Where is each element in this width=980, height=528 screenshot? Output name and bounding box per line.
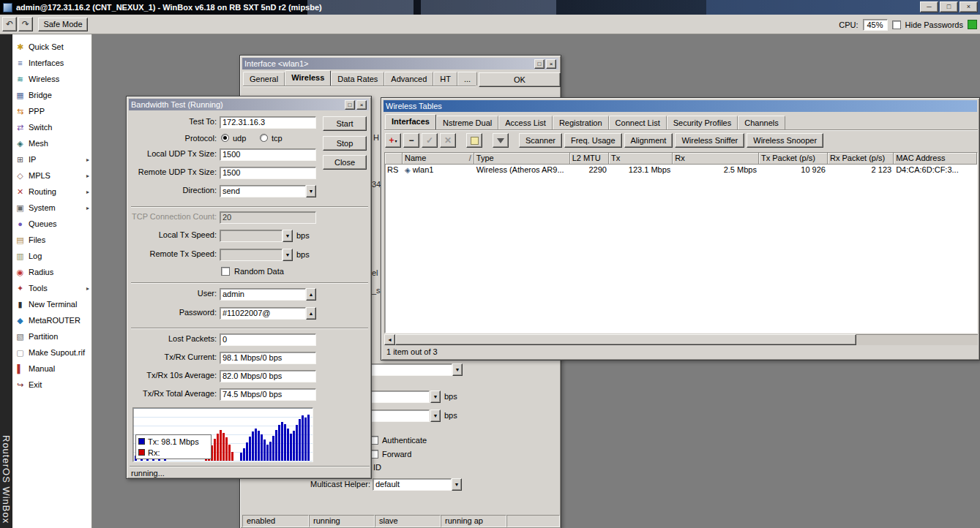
interface-tab-wireless[interactable]: Wireless [285, 70, 331, 86]
restore-button[interactable]: □ [534, 59, 545, 69]
sidebar-item-ip[interactable]: ⊞IP▸ [12, 151, 91, 167]
scrollbar-thumb[interactable] [395, 334, 856, 345]
dropdown-arrow-button[interactable]: ▼ [452, 478, 462, 491]
scroll-left-button[interactable]: ◂ [384, 334, 395, 345]
undo-button[interactable]: ↶ [2, 17, 17, 31]
column-header-name[interactable]: Name/ [403, 153, 474, 165]
column-header-rx-packet-p-s[interactable]: Rx Packet (p/s) [828, 153, 894, 165]
sidebar-item-quick-set[interactable]: ✱Quick Set [12, 39, 91, 55]
wireless-tab-access-list[interactable]: Access List [498, 116, 553, 129]
sidebar-item-manual[interactable]: ▌Manual [12, 361, 91, 377]
sidebar-item-metarouter[interactable]: ◆MetaROUTER [12, 312, 91, 328]
sidebar-item-mpls[interactable]: ◇MPLS▸ [12, 167, 91, 184]
sidebar-item-tools[interactable]: ✦Tools▸ [12, 280, 91, 296]
column-header-flags[interactable] [385, 153, 403, 165]
sidebar-item-exit[interactable]: ↪Exit [12, 377, 91, 393]
filter-button[interactable] [493, 133, 509, 148]
local-tx-speed-dropdown-button[interactable]: ▼ [283, 230, 293, 242]
column-header-tx-packet-p-s[interactable]: Tx Packet (p/s) [759, 153, 828, 165]
password-input[interactable]: #11022007@ [220, 307, 306, 320]
random-data-checkbox[interactable] [221, 267, 230, 276]
column-header-rx[interactable]: Rx [673, 153, 759, 165]
sidebar-item-bridge[interactable]: ▦Bridge [12, 87, 91, 103]
start-button[interactable]: Start [323, 116, 367, 131]
dropdown-arrow-button[interactable]: ▼ [430, 391, 441, 403]
interface-tab-data-rates[interactable]: Data Rates [331, 72, 384, 86]
wireless-tab-channels[interactable]: Channels [738, 116, 785, 129]
sidebar-item-files[interactable]: ▤Files [12, 232, 91, 248]
disable-button[interactable]: ✕ [440, 133, 456, 148]
undo-icon: ↶ [6, 19, 13, 29]
user-input[interactable]: admin [220, 288, 306, 301]
wireless-tab-connect-list[interactable]: Connect List [609, 116, 667, 129]
interface-tab-ht[interactable]: HT [433, 72, 457, 86]
local-udp-tx-size-input[interactable]: 1500 [220, 148, 316, 161]
close-button[interactable]: Close [323, 155, 367, 170]
sidebar-item-make-supout-rif[interactable]: ▢Make Supout.rif [12, 344, 91, 361]
sidebar-item-switch[interactable]: ⇄Switch [12, 119, 91, 135]
maximize-button[interactable]: □ [345, 100, 355, 110]
protocol-udp-radio[interactable] [221, 134, 229, 142]
wireless-tab-interfaces[interactable]: Interfaces [385, 114, 436, 129]
wireless-tab-security-profiles[interactable]: Security Profiles [667, 116, 738, 129]
sidebar-item-interfaces[interactable]: ≡Interfaces [12, 55, 91, 71]
test-to-input[interactable]: 172.31.16.3 [220, 116, 316, 129]
maximize-button[interactable]: □ [940, 1, 958, 12]
wireless-tables-titlebar[interactable]: Wireless Tables [384, 100, 977, 112]
safe-mode-button[interactable]: Safe Mode [38, 18, 88, 31]
interface-window-titlebar[interactable]: Interface <wlan1> □ × [242, 58, 558, 69]
column-header-tx[interactable]: Tx [609, 153, 673, 165]
horizontal-scrollbar[interactable]: ◂ [384, 334, 978, 345]
sidebar-item-system[interactable]: ▣System▸ [12, 200, 91, 216]
sidebar-item-radius[interactable]: ◉Radius [12, 264, 91, 280]
sidebar-item-ppp[interactable]: ⇆PPP [12, 103, 91, 119]
ip-icon: ⊞ [15, 155, 26, 165]
sidebar-item-partition[interactable]: ▧Partition [12, 328, 91, 344]
sidebar-item-mesh[interactable]: ◈Mesh [12, 135, 91, 151]
wireless-tab-registration[interactable]: Registration [553, 116, 609, 129]
column-header-mac-address[interactable]: MAC Address [894, 153, 977, 165]
redo-button[interactable]: ↷ [18, 17, 33, 31]
alignment-button[interactable]: Alignment [624, 133, 673, 148]
sidebar-item-new-terminal[interactable]: ▮New Terminal [12, 296, 91, 312]
interface-tab-advanced[interactable]: Advanced [384, 72, 433, 86]
sidebar-item-queues[interactable]: ●Queues [12, 216, 91, 232]
stop-button[interactable]: Stop [323, 136, 367, 151]
password-collapse-button[interactable]: ▲ [306, 307, 316, 320]
freq-usage-button[interactable]: Freq. Usage [564, 133, 622, 148]
minimize-button[interactable]: ─ [920, 1, 938, 12]
sidebar-item-routing[interactable]: ✕Routing▸ [12, 184, 91, 200]
comment-button[interactable] [466, 133, 482, 148]
interface-tab-general[interactable]: General [243, 72, 285, 86]
remote-tx-speed-dropdown-button[interactable]: ▼ [283, 249, 293, 261]
column-header-l2-mtu[interactable]: L2 MTU [570, 153, 609, 165]
direction-dropdown-button[interactable]: ▼ [306, 185, 316, 197]
sidebar-item-wireless[interactable]: ≋Wireless [12, 71, 91, 87]
multicast-helper-label: Multicast Helper: [269, 480, 370, 489]
wireless-sniffer-button[interactable]: Wireless Sniffer [675, 133, 744, 148]
table-row[interactable]: RS◈wlan1Wireless (Atheros AR9...2290123.… [385, 165, 977, 176]
multicast-helper-select[interactable]: default [373, 478, 452, 491]
close-icon[interactable]: × [356, 100, 367, 110]
interface-tab-[interactable]: ... [457, 72, 477, 86]
wireless-snooper-button[interactable]: Wireless Snooper [747, 133, 823, 148]
enable-button[interactable]: ✓ [422, 133, 438, 148]
protocol-tcp-radio[interactable] [260, 134, 268, 142]
close-icon[interactable]: × [546, 59, 556, 69]
user-collapse-button[interactable]: ▲ [306, 288, 316, 301]
dropdown-arrow-button[interactable]: ▼ [430, 410, 441, 422]
sidebar-item-log[interactable]: ▥Log [12, 248, 91, 264]
column-header-type[interactable]: Type [474, 153, 570, 165]
close-button[interactable]: × [960, 1, 978, 12]
wireless-tab-nstreme-dual[interactable]: Nstreme Dual [436, 116, 498, 129]
clipped-text-fragment: el [372, 268, 378, 277]
scanner-button[interactable]: Scanner [519, 133, 562, 148]
remove-button[interactable]: − [403, 133, 419, 148]
dropdown-arrow-button[interactable]: ▼ [452, 363, 463, 376]
remote-udp-tx-size-input[interactable]: 1500 [220, 167, 316, 179]
add-button[interactable]: +▾ [385, 133, 401, 148]
hide-passwords-checkbox[interactable] [892, 20, 901, 29]
ok-button[interactable]: OK [479, 72, 561, 87]
bandwidth-test-titlebar[interactable]: Bandwidth Test (Running) □ × [129, 99, 369, 110]
direction-select[interactable]: send [220, 185, 306, 197]
